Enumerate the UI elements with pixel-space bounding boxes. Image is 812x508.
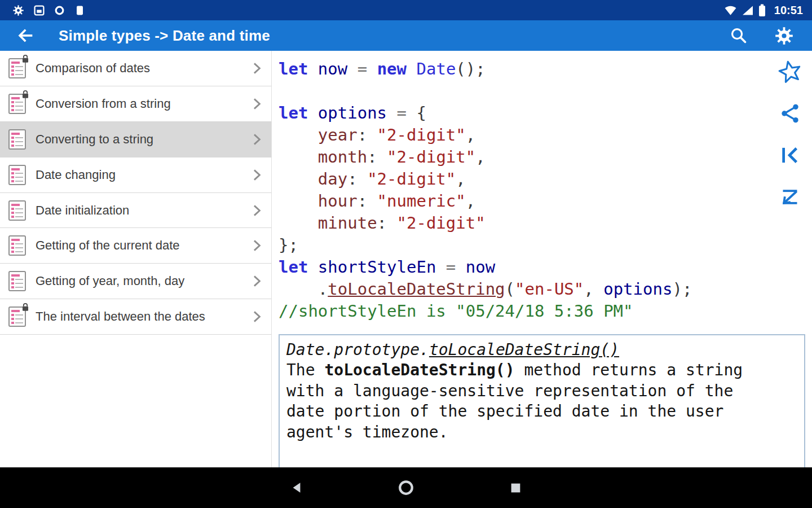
doc-icon-line	[11, 278, 23, 281]
doc-icon-line	[11, 141, 23, 143]
app-bar-actions	[727, 24, 795, 47]
code-line: month: "2-digit",	[279, 146, 812, 168]
screen-record-icon	[54, 5, 65, 16]
topic-icon	[8, 306, 26, 327]
code-line: .toLocaleDateString("en-US", options);	[279, 278, 812, 300]
page-title: Simple types -> Date and time	[59, 27, 270, 45]
doc-icon-line	[11, 212, 23, 214]
gear-icon	[774, 26, 794, 46]
home-circle-icon	[398, 479, 414, 496]
skip-to-end-button[interactable]	[777, 184, 803, 210]
skip-to-start-button[interactable]	[777, 142, 803, 168]
nav-recents-button[interactable]	[506, 478, 525, 497]
nav-home-button[interactable]	[396, 478, 416, 497]
topic-icon	[8, 200, 26, 221]
info-text-line: The toLocaleDateString() method returns …	[286, 360, 797, 380]
content-area: Comparison of dates Conversion from a st…	[0, 51, 812, 467]
battery-icon	[758, 4, 766, 17]
doc-icon-line	[11, 105, 23, 107]
doc-icon-line	[11, 251, 23, 253]
doc-icon-line	[11, 144, 23, 147]
chevron-right-icon	[248, 202, 266, 220]
info-text-line: date portion of the specified date in th…	[286, 401, 797, 422]
sidebar-list: Comparison of dates Conversion from a st…	[0, 51, 271, 335]
chevron-right-icon	[248, 166, 266, 184]
doc-icon-line	[11, 314, 23, 316]
gear-icon	[12, 5, 24, 16]
app-bar: Simple types -> Date and time	[0, 20, 812, 51]
recents-square-icon	[508, 480, 523, 496]
code-line: day: "2-digit",	[279, 168, 812, 190]
doc-icon-header	[11, 133, 20, 135]
code-line: let options = {	[279, 102, 812, 124]
info-method-link[interactable]: toLocaleDateString()	[429, 340, 619, 359]
topic-icon	[8, 58, 26, 78]
doc-icon-line	[11, 172, 23, 174]
sidebar-item[interactable]: Comparison of dates	[0, 51, 271, 86]
sidebar-item[interactable]: Conversion from a string	[0, 86, 271, 122]
back-button[interactable]	[15, 24, 37, 47]
clock: 10:51	[774, 4, 803, 17]
share-icon	[779, 102, 801, 125]
topic-icon	[8, 129, 26, 150]
settings-button[interactable]	[773, 24, 795, 47]
doc-icon-line	[11, 109, 23, 111]
sidebar-item[interactable]: Getting of the current date	[0, 228, 271, 264]
nav-back-button[interactable]	[287, 478, 306, 497]
sidebar-item-label: Date initialization	[36, 203, 248, 218]
navigation-bar	[0, 467, 812, 508]
doc-icon-line	[11, 216, 23, 218]
chevron-right-icon	[248, 130, 266, 148]
doc-icon-line	[11, 101, 23, 103]
code-line: };	[279, 234, 812, 256]
doc-icon-header	[11, 239, 20, 241]
app-screen: 10:51 Simple types -> Date and time	[0, 0, 812, 508]
skip-to-end-icon	[779, 186, 801, 208]
sidebar-item[interactable]: Getting of year, month, day	[0, 264, 271, 299]
doc-icon-line	[11, 65, 23, 68]
topic-icon	[8, 235, 26, 256]
doc-icon-line	[11, 247, 23, 249]
sidebar-item[interactable]: The interval between the dates	[0, 299, 271, 335]
sidebar-item[interactable]: Date initialization	[0, 193, 271, 229]
doc-icon-header	[11, 97, 20, 99]
screenshot-icon	[34, 5, 45, 16]
chevron-right-icon	[248, 237, 266, 255]
doc-icon-header	[11, 310, 20, 312]
side-toolbar	[777, 59, 803, 210]
info-text-line: agent's timezone.	[286, 422, 797, 443]
info-body: The toLocaleDateString() method returns …	[286, 360, 797, 443]
code-block[interactable]: let now = new Date(); let options = { ye…	[279, 58, 812, 322]
sidebar-item[interactable]: Date changing	[0, 157, 271, 193]
sidebar-item-label: The interval between the dates	[36, 309, 248, 324]
content-pane[interactable]: let now = new Date(); let options = { ye…	[272, 51, 812, 467]
chevron-right-icon	[248, 272, 266, 290]
share-button[interactable]	[777, 100, 803, 126]
favorite-button[interactable]	[777, 59, 803, 85]
skip-to-start-icon	[778, 143, 802, 167]
chevron-right-icon	[248, 95, 266, 113]
code-method-link[interactable]: toLocaleDateString	[328, 279, 505, 299]
info-title: Date.prototype.toLocaleDateString()	[286, 340, 797, 360]
chevron-right-icon	[248, 59, 266, 77]
doc-icon-line	[11, 243, 23, 245]
code-line: minute: "2-digit"	[279, 212, 812, 234]
search-button[interactable]	[727, 24, 750, 47]
doc-icon-line	[11, 73, 23, 76]
doc-icon-line	[11, 318, 23, 320]
star-outline-icon	[775, 56, 806, 87]
doc-icon-header	[11, 62, 20, 64]
sidebar-item-label: Getting of year, month, day	[36, 274, 248, 288]
status-system-icons: 10:51	[724, 4, 803, 17]
sidebar-item-label: Getting of the current date	[36, 238, 248, 253]
sidebar-item[interactable]: Converting to a string	[0, 122, 271, 157]
sidebar-item-label: Date changing	[36, 168, 248, 182]
doc-icon-line	[11, 176, 23, 178]
topic-icon	[8, 271, 26, 291]
code-line: hour: "numeric",	[279, 190, 812, 212]
sidebar-item-label: Comparison of dates	[36, 61, 248, 76]
status-notification-icons	[12, 5, 85, 16]
wifi-icon	[724, 5, 737, 16]
lock-icon	[21, 303, 29, 312]
topic-icon	[8, 94, 26, 114]
